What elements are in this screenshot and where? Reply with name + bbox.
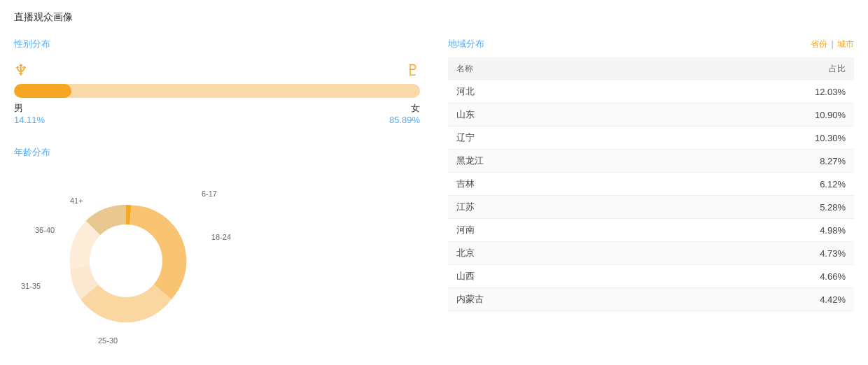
- gender-labels: 男 14.11% 女 85.89%: [14, 102, 420, 125]
- region-pct: 6.12%: [643, 173, 854, 196]
- region-pct: 4.66%: [643, 265, 854, 288]
- label-41plus: 41+: [70, 196, 83, 205]
- page-title: 直播观众画像: [14, 11, 854, 24]
- table-row: 河南4.98%: [448, 219, 854, 242]
- table-row: 山西4.66%: [448, 265, 854, 288]
- female-name: 女: [389, 102, 420, 115]
- table-row: 河北12.03%: [448, 80, 854, 103]
- table-row: 北京4.73%: [448, 242, 854, 265]
- region-table-body: 河北12.03%山东10.90%辽宁10.30%黑龙江8.27%吉林6.12%江…: [448, 80, 854, 311]
- region-pct: 10.90%: [643, 103, 854, 127]
- label-18-24: 18-24: [211, 233, 231, 241]
- region-table-header-row: 名称 占比: [448, 57, 854, 80]
- table-row: 黑龙江8.27%: [448, 150, 854, 173]
- gender-icons: ♆ ♇: [14, 62, 420, 80]
- page-wrapper: 直播观众画像 性别分布 ♆ ♇ 男 14.11%: [0, 0, 868, 363]
- region-name: 江苏: [448, 196, 643, 219]
- table-row: 吉林6.12%: [448, 173, 854, 196]
- region-name: 山东: [448, 103, 643, 127]
- region-name: 北京: [448, 242, 643, 265]
- region-pct: 5.28%: [643, 196, 854, 219]
- donut-labels: 41+ 6-17 18-24 25-30 31-35 36-40: [14, 170, 238, 352]
- gender-label-female: 女 85.89%: [389, 102, 420, 125]
- male-icon: ♆: [14, 62, 28, 80]
- left-panel: 性别分布 ♆ ♇ 男 14.11% 女 85.89%: [14, 38, 420, 352]
- region-name: 吉林: [448, 173, 643, 196]
- label-31-35: 31-35: [21, 282, 41, 290]
- region-pct: 10.30%: [643, 127, 854, 150]
- male-pct: 14.11%: [14, 115, 45, 125]
- label-25-30: 25-30: [98, 336, 118, 345]
- gender-bar-track: [14, 84, 420, 98]
- tab-city[interactable]: 城市: [837, 39, 854, 49]
- tab-separator: |: [832, 39, 834, 49]
- table-row: 内蒙古4.42%: [448, 288, 854, 311]
- table-row: 山东10.90%: [448, 103, 854, 127]
- region-name: 山西: [448, 265, 643, 288]
- gender-bar-male: [14, 84, 71, 98]
- main-content: 性别分布 ♆ ♇ 男 14.11% 女 85.89%: [14, 38, 854, 352]
- region-name: 黑龙江: [448, 150, 643, 173]
- region-tabs: 省份 | 城市: [811, 38, 854, 50]
- region-pct: 12.03%: [643, 80, 854, 103]
- region-table: 名称 占比 河北12.03%山东10.90%辽宁10.30%黑龙江8.27%吉林…: [448, 57, 854, 311]
- table-row: 江苏5.28%: [448, 196, 854, 219]
- female-pct: 85.89%: [389, 115, 420, 125]
- table-row: 辽宁10.30%: [448, 127, 854, 150]
- tab-province[interactable]: 省份: [811, 39, 827, 49]
- region-name: 河南: [448, 219, 643, 242]
- region-table-head: 名称 占比: [448, 57, 854, 80]
- region-pct: 8.27%: [643, 150, 854, 173]
- female-icon: ♇: [406, 62, 420, 80]
- label-6-17: 6-17: [202, 189, 217, 198]
- label-36-40: 36-40: [35, 226, 55, 234]
- region-pct: 4.42%: [643, 288, 854, 311]
- donut-wrapper: 41+ 6-17 18-24 25-30 31-35 36-40: [14, 170, 238, 352]
- age-section-title: 年龄分布: [14, 146, 420, 159]
- age-section: 年龄分布: [14, 146, 420, 352]
- col-name-header: 名称: [448, 57, 643, 80]
- col-pct-header: 占比: [643, 57, 854, 80]
- region-pct: 4.73%: [643, 242, 854, 265]
- gender-section: 性别分布 ♆ ♇ 男 14.11% 女 85.89%: [14, 38, 420, 125]
- region-name: 河北: [448, 80, 643, 103]
- region-header: 地域分布 省份 | 城市: [448, 38, 854, 50]
- region-section-title: 地域分布: [448, 38, 484, 50]
- male-name: 男: [14, 102, 45, 115]
- right-panel: 地域分布 省份 | 城市 名称 占比 河北12.03%山东10.90%辽宁10.…: [448, 38, 854, 352]
- gender-section-title: 性别分布: [14, 38, 420, 50]
- region-name: 内蒙古: [448, 288, 643, 311]
- region-pct: 4.98%: [643, 219, 854, 242]
- gender-label-male: 男 14.11%: [14, 102, 45, 125]
- region-name: 辽宁: [448, 127, 643, 150]
